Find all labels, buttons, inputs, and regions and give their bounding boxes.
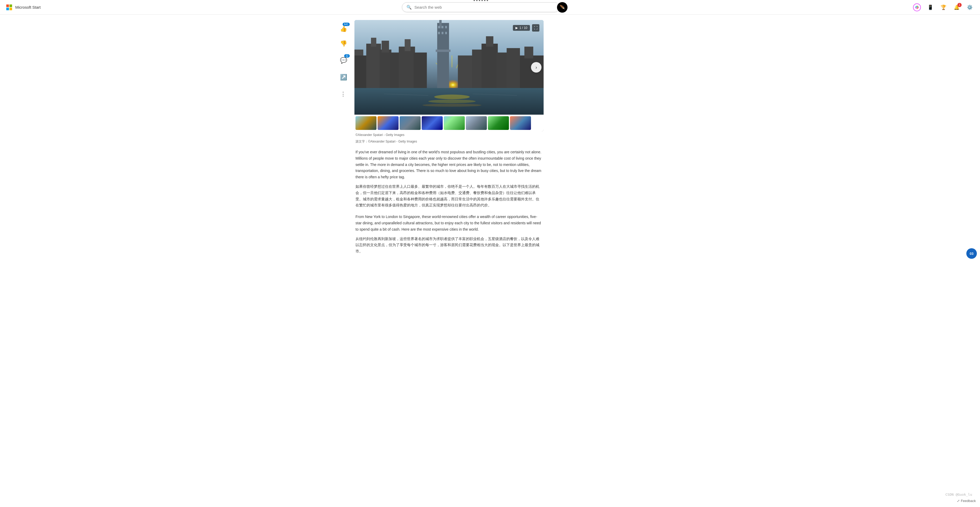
svg-rect-10 (366, 44, 381, 91)
search-bar: 🔍 (402, 2, 560, 12)
article-text: If you've ever dreamed of living in one … (355, 145, 544, 264)
city-skyline-svg (355, 20, 544, 115)
svg-rect-11 (371, 38, 376, 47)
image-gallery: ▶ 1 / 10 ⛶ › (355, 20, 544, 131)
rewards-icon-button[interactable]: 🏆 (940, 3, 947, 11)
svg-rect-15 (399, 46, 415, 91)
logo-cell-green (10, 5, 12, 7)
svg-rect-29 (482, 44, 498, 91)
dot-menu (472, 0, 490, 3)
thumbnail-4[interactable] (422, 116, 443, 130)
image-caption-en: ©Alexander Spatari - Getty Images (355, 131, 544, 138)
copilot-button[interactable]: 🪶 (557, 2, 568, 13)
svg-rect-21 (438, 26, 440, 29)
image-caption-cn: 源文字：©Alexander Spatari - Getty Images (355, 138, 544, 145)
dot-5 (484, 0, 485, 1)
chevron-right-icon: › (535, 65, 537, 70)
thumbnail-8[interactable] (510, 116, 531, 130)
svg-point-38 (423, 104, 482, 107)
article-para-2-cn: 从纽约到伦敦再到新加坡，这些世界著名的城市为求职者提供了丰富的职业机会，五星级酒… (355, 236, 542, 255)
copilot-icon: 🪶 (560, 5, 565, 10)
play-icon: ▶ (515, 26, 518, 30)
dot-2 (476, 0, 478, 1)
share-icon: ↗️ (340, 74, 347, 81)
search-container: 🔍 🪶 (49, 2, 913, 12)
svg-rect-26 (445, 32, 447, 34)
svg-rect-34 (524, 46, 533, 58)
main-content: 641 👍 👎 32 💬 ↗️ ⋮ (332, 15, 648, 269)
svg-rect-23 (445, 26, 447, 29)
comment-button[interactable]: 32 💬 (337, 54, 350, 67)
gallery-expand-button[interactable]: ⛶ (532, 24, 539, 32)
logo-cell-red (6, 5, 9, 7)
thumbnail-6[interactable] (466, 116, 487, 130)
logo-cell-blue (6, 8, 9, 10)
comment-count-badge: 32 (344, 54, 350, 57)
main-image: ▶ 1 / 10 ⛶ › (355, 20, 544, 115)
brand-name: Microsoft Start (15, 5, 41, 10)
article-para-1-cn: 如果你曾经梦想过住在世界上人口最多、最繁华的城市，你绝不是一个人。每年有数百万人… (355, 183, 542, 209)
user-avatar[interactable]: 03 (966, 248, 977, 259)
feedback-label: Feedback (961, 499, 976, 503)
csdn-watermark: CSDN @Guok_lu (945, 493, 972, 496)
dislike-button[interactable]: 👎 (337, 37, 350, 51)
dot-3 (479, 0, 480, 1)
more-button[interactable]: ⋮ (337, 87, 350, 101)
notification-badge: 1 (958, 3, 962, 7)
thumbnail-5[interactable] (444, 116, 465, 130)
gallery-next-button[interactable]: › (531, 62, 541, 73)
dot-4 (482, 0, 483, 1)
article-para-1-en: If you've ever dreamed of living in one … (355, 149, 542, 180)
svg-rect-27 (458, 56, 473, 91)
microsoft-logo-grid (6, 5, 12, 10)
dot-6 (487, 0, 488, 1)
svg-rect-22 (442, 26, 444, 29)
comment-icon: 💬 (340, 57, 347, 64)
svg-rect-13 (382, 41, 389, 53)
svg-rect-9 (355, 50, 363, 56)
like-button[interactable]: 641 👍 (337, 22, 350, 36)
svg-rect-8 (355, 56, 368, 91)
sidebar-actions: 641 👍 👎 32 💬 ↗️ ⋮ (332, 20, 355, 264)
notifications-icon-button[interactable]: 🔔 1 (953, 3, 961, 11)
thumbs-down-icon: 👎 (340, 40, 347, 47)
svg-rect-28 (472, 50, 482, 91)
svg-rect-30 (486, 36, 493, 46)
search-input[interactable] (414, 5, 555, 10)
search-icon: 🔍 (406, 5, 412, 10)
avatar-initials: 03 (970, 252, 974, 256)
thumbnail-3[interactable] (399, 116, 421, 130)
microsoft-start-logo[interactable]: Microsoft Start (6, 5, 41, 10)
svg-point-37 (428, 100, 476, 104)
like-count-badge: 641 (343, 22, 350, 26)
dot-1 (474, 0, 475, 1)
feedback-button[interactable]: ⤢ Feedback (957, 499, 976, 503)
thumbnail-7[interactable] (488, 116, 509, 130)
counter-text: 1 / 10 (519, 26, 527, 30)
svg-rect-32 (507, 48, 520, 91)
resize-icon: ⤢ (957, 499, 960, 503)
article-para-2-en: From New York to London to Singapore, th… (355, 214, 542, 233)
gallery-counter: ▶ 1 / 10 (513, 25, 530, 31)
svg-point-36 (434, 95, 470, 99)
header: Microsoft Start 🔍 🪶 📱 (0, 0, 980, 15)
avatar-sidebar: 03 (966, 248, 977, 259)
svg-rect-12 (380, 50, 391, 91)
svg-rect-25 (442, 32, 444, 34)
svg-rect-16 (405, 39, 410, 51)
mobile-icon: 📱 (928, 5, 933, 10)
svg-rect-20 (436, 50, 450, 52)
thumbnail-1[interactable] (355, 116, 377, 130)
svg-rect-14 (390, 53, 400, 91)
gallery-controls: ▶ 1 / 10 ⛶ (513, 24, 539, 32)
share-button[interactable]: ↗️ (337, 70, 350, 84)
copilot-color-icon (913, 3, 921, 11)
thumbs-up-icon: 👍 (340, 26, 347, 32)
thumbnail-2[interactable] (377, 116, 399, 130)
gear-icon: ⚙️ (967, 5, 973, 10)
header-right: 📱 🏆 🔔 1 ⚙️ (913, 3, 974, 11)
more-dots-icon: ⋮ (340, 91, 347, 97)
settings-icon-button[interactable]: ⚙️ (966, 3, 974, 11)
svg-rect-24 (438, 32, 440, 34)
mobile-icon-button[interactable]: 📱 (926, 3, 934, 11)
